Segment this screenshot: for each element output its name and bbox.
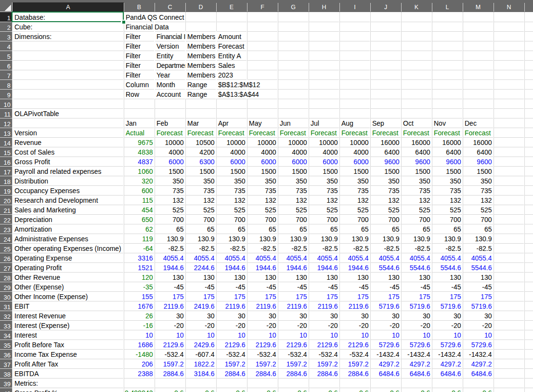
svg-text:1500: 1500 [169,168,183,175]
svg-text:4000: 4000 [323,148,338,156]
svg-text:Column: Column [126,81,149,89]
svg-text:40: 40 [4,390,11,392]
svg-text:A: A [66,4,70,11]
svg-text:175: 175 [172,293,184,301]
svg-text:Interest: Interest [14,331,37,339]
svg-text:206: 206 [142,360,153,368]
svg-text:4837: 4837 [138,158,153,166]
svg-text:2884.6: 2884.6 [317,370,338,378]
svg-text:130: 130 [388,274,400,281]
svg-text:350: 350 [357,177,369,185]
svg-text:Occupancy Expenses: Occupancy Expenses [14,187,79,195]
svg-text:132: 132 [234,196,246,204]
svg-text:2884.6: 2884.6 [348,370,369,378]
svg-text:525: 525 [265,206,276,214]
svg-text:175: 175 [357,293,369,301]
svg-text:Entity A: Entity A [218,52,241,60]
svg-text:Feb: Feb [156,119,168,127]
svg-text:5719.6: 5719.6 [379,302,400,310]
svg-text:2129.6: 2129.6 [286,341,307,349]
svg-text:1676: 1676 [138,302,153,310]
svg-text:4055.4: 4055.4 [286,254,307,262]
svg-text:6484.6: 6484.6 [410,370,430,378]
svg-text:6484.6: 6484.6 [441,370,461,378]
svg-text:0.6: 0.6 [174,389,184,392]
svg-text:Distribution: Distribution [14,177,48,185]
svg-text:1822.2: 1822.2 [194,360,215,368]
svg-text:Members: Members [187,62,215,69]
svg-text:5544.6: 5544.6 [379,264,400,272]
svg-text:30: 30 [454,312,461,320]
svg-text:320: 320 [142,177,153,185]
svg-text:9600: 9600 [477,158,492,166]
svg-text:-82.5: -82.5 [384,245,400,252]
svg-text:10: 10 [423,331,430,339]
svg-text:Research and Development: Research and Development [14,196,98,204]
svg-text:735: 735 [172,187,184,195]
svg-text:119: 119 [142,235,153,243]
svg-text:30: 30 [392,312,400,320]
svg-text:26: 26 [145,312,153,320]
svg-text:735: 735 [419,187,430,195]
svg-text:30: 30 [423,312,430,320]
svg-text:132: 132 [481,196,492,204]
svg-text:7: 7 [7,72,11,79]
svg-text:5544.6: 5544.6 [471,264,492,272]
svg-text:Amount: Amount [218,33,241,40]
svg-text:31: 31 [4,303,11,311]
svg-text:130.9: 130.9 [259,235,276,243]
svg-text:650: 650 [142,216,153,223]
svg-text:115: 115 [142,196,153,204]
svg-text:700: 700 [172,216,184,223]
svg-text:38: 38 [4,371,11,378]
svg-text:E: E [230,4,234,11]
svg-text:735: 735 [326,187,338,195]
svg-text:350: 350 [388,177,400,185]
svg-text:700: 700 [388,216,400,223]
svg-text:Mar: Mar [187,119,199,127]
svg-text:735: 735 [450,187,461,195]
svg-text:132: 132 [172,196,184,204]
svg-text:4000: 4000 [292,148,307,156]
svg-text:Oct: Oct [403,119,414,127]
svg-text:2419.6: 2419.6 [194,302,215,310]
svg-text:735: 735 [234,187,246,195]
svg-text:Dec: Dec [465,119,477,127]
svg-text:350: 350 [450,177,461,185]
svg-text:65: 65 [269,225,276,233]
svg-text:Members: Members [187,71,215,79]
svg-text:1500: 1500 [230,168,245,175]
svg-text:2129.6: 2129.6 [163,341,184,349]
svg-text:6: 6 [7,63,11,70]
svg-text:L: L [446,4,449,11]
svg-text:9675: 9675 [138,139,153,146]
svg-text:19: 19 [4,188,11,195]
svg-text:4297.2: 4297.2 [379,360,400,368]
svg-text:525: 525 [419,206,430,214]
svg-text:Forecast: Forecast [311,129,337,137]
svg-text:-45: -45 [174,283,183,291]
svg-text:6000: 6000 [292,158,307,166]
svg-text:10: 10 [330,331,338,339]
svg-text:2429.6: 2429.6 [194,341,215,349]
svg-text:65: 65 [454,225,461,233]
svg-text:9600: 9600 [384,158,399,166]
svg-text:2388: 2388 [138,370,153,378]
svg-text:1686: 1686 [138,341,153,349]
svg-text:1944.6: 1944.6 [286,264,307,272]
svg-text:Members: Members [187,52,215,60]
svg-text:10000: 10000 [258,139,276,146]
svg-text:Filter: Filter [126,71,141,79]
svg-text:132: 132 [326,196,338,204]
svg-text:3184.6: 3184.6 [194,370,215,378]
svg-text:Sales: Sales [218,62,235,69]
svg-text:Filter: Filter [126,33,141,40]
svg-text:24: 24 [4,236,11,243]
svg-text:10: 10 [454,331,461,339]
svg-text:10: 10 [207,331,215,339]
svg-text:130.9: 130.9 [290,235,307,243]
svg-text:735: 735 [481,187,492,195]
svg-text:4055.4: 4055.4 [441,254,461,262]
svg-text:-45: -45 [266,283,276,291]
svg-text:700: 700 [234,216,246,223]
